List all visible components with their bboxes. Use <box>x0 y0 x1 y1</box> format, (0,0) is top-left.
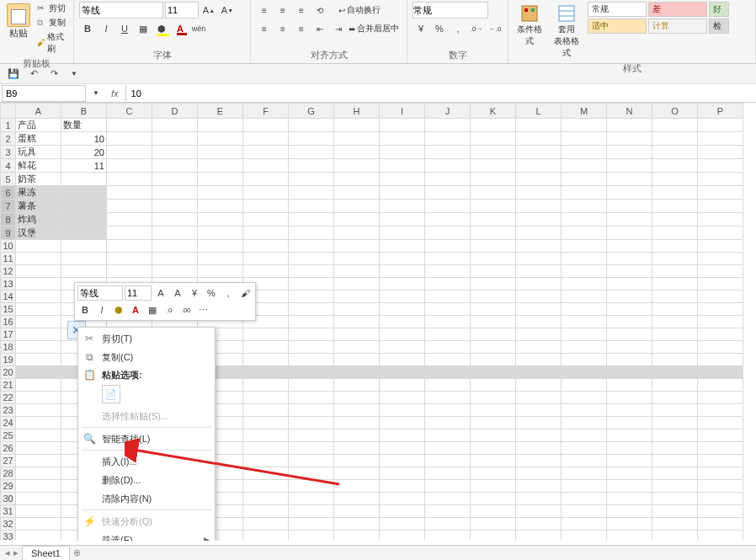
cell-O20[interactable] <box>652 366 698 379</box>
cell-K21[interactable] <box>471 379 516 392</box>
cell-N23[interactable] <box>607 404 652 417</box>
cell-K22[interactable] <box>471 392 516 404</box>
cell-F4[interactable] <box>243 159 289 173</box>
cell-M19[interactable] <box>562 354 607 366</box>
cell-D5[interactable] <box>152 173 198 186</box>
cell-J27[interactable] <box>425 455 471 467</box>
cell-M3[interactable] <box>562 146 607 159</box>
cell-F2[interactable] <box>243 132 289 146</box>
cell-J3[interactable] <box>425 146 471 159</box>
cell-F31[interactable] <box>243 505 289 518</box>
cell-K17[interactable] <box>471 328 516 341</box>
cell-J12[interactable] <box>425 265 471 278</box>
cell-N25[interactable] <box>607 429 652 442</box>
cell-H32[interactable] <box>334 518 380 531</box>
cell-I22[interactable] <box>380 392 425 404</box>
cell-A25[interactable] <box>16 429 61 442</box>
cell-I11[interactable] <box>380 253 425 265</box>
cell-M23[interactable] <box>562 404 607 417</box>
cell-M4[interactable] <box>562 159 607 173</box>
cell-L9[interactable] <box>516 227 562 240</box>
cell-P27[interactable] <box>698 455 743 467</box>
cell-B7[interactable] <box>61 200 107 213</box>
mini-grow-font[interactable]: A <box>153 285 168 301</box>
cell-M24[interactable] <box>562 417 607 429</box>
cell-A8[interactable]: 炸鸡 <box>16 213 61 227</box>
row-head-15[interactable]: 15 <box>1 303 16 316</box>
cell-N26[interactable] <box>607 442 652 455</box>
cell-G5[interactable] <box>289 173 334 186</box>
cell-L7[interactable] <box>516 200 562 213</box>
ctx-clear[interactable]: 清除内容(N) <box>78 489 215 508</box>
row-head-14[interactable]: 14 <box>1 291 16 303</box>
cell-L11[interactable] <box>516 253 562 265</box>
cell-P17[interactable] <box>698 328 743 341</box>
cell-K20[interactable] <box>471 366 516 379</box>
grow-font-button[interactable]: A▲ <box>200 2 217 19</box>
cell-H27[interactable] <box>334 455 380 467</box>
cell-I19[interactable] <box>380 354 425 366</box>
cell-P13[interactable] <box>698 278 743 291</box>
cell-F5[interactable] <box>243 173 289 186</box>
cell-G29[interactable] <box>289 480 334 493</box>
row-head-17[interactable]: 17 <box>1 328 16 341</box>
cell-G16[interactable] <box>289 316 334 328</box>
cell-E12[interactable] <box>198 265 243 278</box>
cell-A23[interactable] <box>16 404 61 417</box>
cell-H16[interactable] <box>334 316 380 328</box>
cell-L10[interactable] <box>516 240 562 253</box>
cell-O7[interactable] <box>652 200 698 213</box>
cell-K12[interactable] <box>471 265 516 278</box>
cell-I2[interactable] <box>380 132 425 146</box>
cell-J23[interactable] <box>425 404 471 417</box>
spreadsheet-grid[interactable]: ABCDEFGHIJKLMNOP1产品数量2蛋糕103玩具204鲜花115奶茶6… <box>0 103 756 541</box>
col-head-I[interactable]: I <box>380 104 425 119</box>
mini-inc-dec[interactable]: .0 <box>162 302 177 317</box>
col-head-E[interactable]: E <box>198 104 243 119</box>
col-head-M[interactable]: M <box>562 104 607 119</box>
cell-K19[interactable] <box>471 354 516 366</box>
cell-L21[interactable] <box>516 379 562 392</box>
cell-N33[interactable] <box>607 531 652 541</box>
cell-O5[interactable] <box>652 173 698 186</box>
row-head-5[interactable]: 5 <box>1 173 16 186</box>
cell-F30[interactable] <box>243 493 289 505</box>
cell-J33[interactable] <box>425 531 471 541</box>
cell-O19[interactable] <box>652 354 698 366</box>
col-head-L[interactable]: L <box>516 104 562 119</box>
cell-N31[interactable] <box>607 505 652 518</box>
cell-L13[interactable] <box>516 278 562 291</box>
cell-F33[interactable] <box>243 531 289 541</box>
cell-N11[interactable] <box>607 253 652 265</box>
cell-O15[interactable] <box>652 303 698 316</box>
wrap-label[interactable]: 自动换行 <box>347 4 381 16</box>
cell-N29[interactable] <box>607 480 652 493</box>
row-head-11[interactable]: 11 <box>1 253 16 265</box>
merge-button[interactable]: ⬌ <box>349 20 355 37</box>
style-bad[interactable]: 差 <box>648 2 707 17</box>
cell-K10[interactable] <box>471 240 516 253</box>
cell-I13[interactable] <box>380 278 425 291</box>
cell-A6[interactable]: 果冻 <box>16 186 61 200</box>
cell-F29[interactable] <box>243 480 289 493</box>
cell-G20[interactable] <box>289 366 334 379</box>
cell-L31[interactable] <box>516 505 562 518</box>
cell-D1[interactable] <box>152 119 198 132</box>
cell-L24[interactable] <box>516 417 562 429</box>
cell-O25[interactable] <box>652 429 698 442</box>
cell-N3[interactable] <box>607 146 652 159</box>
cell-A14[interactable] <box>16 291 61 303</box>
cell-N10[interactable] <box>607 240 652 253</box>
cell-J2[interactable] <box>425 132 471 146</box>
cell-M16[interactable] <box>562 316 607 328</box>
mini-comma[interactable]: , <box>221 285 236 301</box>
cell-F24[interactable] <box>243 417 289 429</box>
cell-A10[interactable] <box>16 240 61 253</box>
cell-F9[interactable] <box>243 227 289 240</box>
cell-J16[interactable] <box>425 316 471 328</box>
cell-F22[interactable] <box>243 392 289 404</box>
format-painter-button[interactable]: 🖌格式刷 <box>37 30 68 56</box>
cell-E9[interactable] <box>198 227 243 240</box>
cell-G9[interactable] <box>289 227 334 240</box>
cell-I3[interactable] <box>380 146 425 159</box>
